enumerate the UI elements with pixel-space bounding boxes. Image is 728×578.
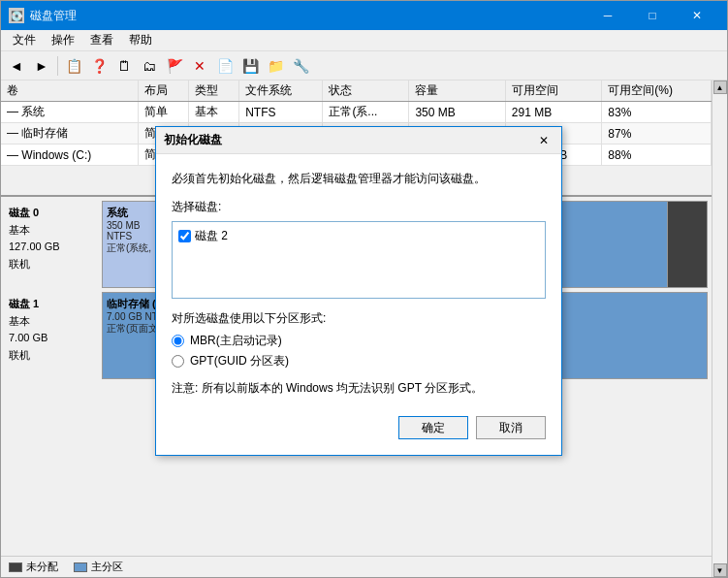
scheme-label: 对所选磁盘使用以下分区形式: bbox=[172, 310, 546, 327]
cancel-button[interactable]: 取消 bbox=[476, 416, 546, 439]
dialog-select-label: 选择磁盘: bbox=[172, 199, 546, 215]
dialog-desc: 必须首先初始化磁盘，然后逻辑磁盘管理器才能访问该磁盘。 bbox=[172, 170, 546, 187]
dialog-title: 初始化磁盘 bbox=[164, 132, 222, 148]
mbr-label: MBR(主启动记录) bbox=[190, 333, 282, 349]
disk2-checkbox[interactable] bbox=[178, 230, 191, 242]
disk2-label: 磁盘 2 bbox=[195, 228, 228, 244]
gpt-label: GPT(GUID 分区表) bbox=[190, 353, 289, 369]
warning-text: 注意: 所有以前版本的 Windows 均无法识别 GPT 分区形式。 bbox=[172, 379, 546, 397]
disk-checkbox-list: 磁盘 2 bbox=[172, 221, 546, 299]
gpt-radio-item[interactable]: GPT(GUID 分区表) bbox=[172, 353, 546, 369]
dialog-titlebar: 初始化磁盘 ✕ bbox=[156, 127, 561, 154]
disk2-checkbox-item[interactable]: 磁盘 2 bbox=[176, 226, 541, 246]
dialog-body: 必须首先初始化磁盘，然后逻辑磁盘管理器才能访问该磁盘。 选择磁盘: 磁盘 2 对… bbox=[156, 154, 561, 455]
dialog-close-button[interactable]: ✕ bbox=[534, 131, 554, 150]
dialog-footer: 确定 取消 bbox=[172, 412, 546, 439]
ok-button[interactable]: 确定 bbox=[398, 416, 468, 439]
mbr-radio-item[interactable]: MBR(主启动记录) bbox=[172, 333, 546, 349]
init-disk-dialog: 初始化磁盘 ✕ 必须首先初始化磁盘，然后逻辑磁盘管理器才能访问该磁盘。 选择磁盘… bbox=[155, 126, 562, 456]
modal-overlay: 初始化磁盘 ✕ 必须首先初始化磁盘，然后逻辑磁盘管理器才能访问该磁盘。 选择磁盘… bbox=[0, 0, 728, 578]
radio-group: MBR(主启动记录) GPT(GUID 分区表) bbox=[172, 333, 546, 369]
mbr-radio[interactable] bbox=[172, 335, 184, 347]
gpt-radio[interactable] bbox=[172, 355, 184, 368]
